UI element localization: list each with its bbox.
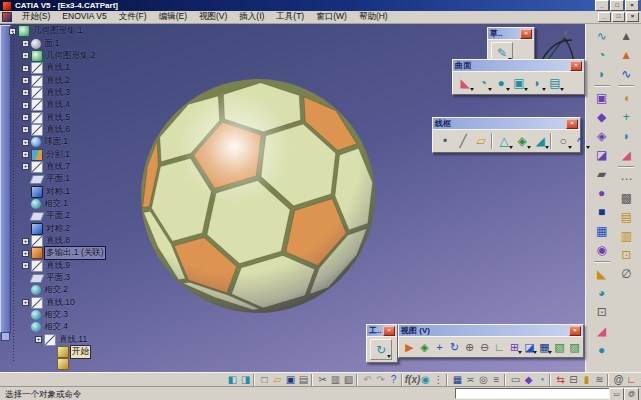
tree-label[interactable]: 平面.3 xyxy=(45,272,71,284)
ball-pentagon-patch[interactable] xyxy=(174,238,236,293)
menu-帮助H[interactable]: 帮助(H) xyxy=(353,11,394,23)
tree-label[interactable]: 直线.9 xyxy=(45,260,71,272)
reflect-icon[interactable]: ◢ xyxy=(531,132,549,150)
help-icon[interactable]: ? xyxy=(387,373,400,386)
sweep-icon[interactable]: ◗ xyxy=(528,74,546,92)
insert-op-icon[interactable]: + xyxy=(617,108,635,125)
tree-label[interactable]: 直线.1 xyxy=(45,62,71,74)
iso-view-icon[interactable]: ◪ xyxy=(522,339,537,355)
split-icon[interactable]: ◈ xyxy=(593,127,611,144)
tree-item[interactable]: +直线.9 xyxy=(9,260,105,272)
quick-view-icon[interactable]: ⊞ xyxy=(507,339,522,355)
tree-label[interactable]: 相交.2 xyxy=(43,284,69,296)
half-plane-icon[interactable]: ◖ xyxy=(617,89,635,106)
sphere-op-icon[interactable]: ● xyxy=(593,341,611,358)
tree-item[interactable]: +几何图形集.1 xyxy=(9,25,105,37)
tree-expander-icon[interactable]: + xyxy=(22,299,29,306)
normal-view-icon[interactable]: ∟ xyxy=(492,339,507,355)
open-icon[interactable]: ▱ xyxy=(271,373,284,386)
magnifier-view-icon[interactable]: ▨ xyxy=(567,339,582,355)
tree-item[interactable]: 平面.2 xyxy=(9,210,105,222)
fill-icon[interactable]: ▤ xyxy=(546,74,564,92)
menu-开始S[interactable]: 开始(S) xyxy=(16,11,56,23)
revolve-surf-icon[interactable]: ◔ xyxy=(593,46,611,63)
tree-expander-icon[interactable]: + xyxy=(22,139,29,146)
fx-knowledge-icon[interactable]: f(x) xyxy=(406,373,419,386)
line-icon[interactable]: ╱ xyxy=(454,132,472,150)
ball-hexagon-patch[interactable] xyxy=(335,148,373,230)
pan-icon[interactable]: + xyxy=(432,339,447,355)
tree-expander-icon[interactable]: + xyxy=(22,262,29,269)
ball-hexagon-patch[interactable] xyxy=(183,282,260,310)
grid-icon[interactable]: ▦ xyxy=(451,373,464,386)
sweep-surf-icon[interactable]: ◗ xyxy=(593,65,611,82)
tree-item[interactable]: +直线.1 xyxy=(9,62,105,74)
tile-vertical-icon[interactable]: ◨ xyxy=(239,373,252,386)
save-icon[interactable]: ▣ xyxy=(284,373,297,386)
ball-hexagon-patch[interactable] xyxy=(152,158,212,241)
tree-label[interactable]: 多输出.1 (关联) xyxy=(45,247,105,259)
tree-item[interactable]: +分割.1 xyxy=(9,148,105,160)
keys-icon[interactable]: ◎ xyxy=(477,373,490,386)
law-icon[interactable]: ◢ xyxy=(593,322,611,339)
ball-hexagon-patch[interactable] xyxy=(232,255,315,308)
catalog-icon[interactable]: ▤ xyxy=(617,208,635,225)
tree-item[interactable]: 相交.4 xyxy=(9,321,105,333)
menu-视图V[interactable]: 视图(V) xyxy=(193,11,233,23)
restore-icon[interactable]: □ xyxy=(610,0,624,11)
tree-item[interactable]: +直线.7 xyxy=(9,161,105,173)
surfaces-toolbar-title[interactable]: 曲面 × xyxy=(453,60,584,71)
tree-label[interactable]: 几何图形集.2 xyxy=(45,50,97,62)
point-grid-icon[interactable]: ▩ xyxy=(617,189,635,206)
tree-label[interactable]: 相交.3 xyxy=(43,309,69,321)
zoom-out-icon[interactable]: ⊖ xyxy=(477,339,492,355)
close-icon[interactable]: × xyxy=(383,326,395,336)
tree-label[interactable]: 直线.3 xyxy=(45,87,71,99)
tree-expander-icon[interactable]: + xyxy=(22,40,29,47)
tree-label[interactable]: 球面.1 xyxy=(43,136,69,148)
trim-icon[interactable]: ◪ xyxy=(593,146,611,163)
offset-icon[interactable]: ▣ xyxy=(510,74,528,92)
render-style-icon[interactable]: ▦ xyxy=(537,339,552,355)
tree-label[interactable]: 几何图形集.1 xyxy=(32,25,84,37)
near-icon[interactable]: ⊡ xyxy=(593,303,611,320)
share-icon[interactable]: ≍ xyxy=(464,373,477,386)
new-icon[interactable]: □ xyxy=(258,373,271,386)
tree-label[interactable]: 平面.1 xyxy=(45,173,71,185)
tree-expander-icon[interactable]: + xyxy=(22,163,29,170)
fillet-icon[interactable]: ● xyxy=(593,184,611,201)
select-icon[interactable]: ▲ xyxy=(617,27,635,44)
close-icon[interactable]: × xyxy=(566,119,578,129)
named-view-icon[interactable]: ▧ xyxy=(552,339,567,355)
wireframe-toolbar[interactable]: 线框 × •╱▱△◈◢○∿ xyxy=(432,117,581,153)
extrude-icon[interactable]: ◣ xyxy=(456,74,474,92)
tree-label[interactable]: 对称.2 xyxy=(45,223,71,235)
tree-item[interactable]: +直线.5 xyxy=(9,111,105,123)
view-toolbar[interactable]: 视图 (V) × ▶◈+↻⊕⊖∟⊞◪▦▧▨ xyxy=(398,324,584,358)
tree-item[interactable]: +球面.1 xyxy=(9,136,105,148)
tree-label[interactable]: 直线.4 xyxy=(45,99,71,111)
tree-item[interactable]: 平面.1 xyxy=(9,173,105,185)
fly-icon[interactable]: ▶ xyxy=(402,339,417,355)
view-toolbar-title[interactable]: 视图 (V) × xyxy=(399,325,583,336)
extrapolate-icon[interactable]: ◣ xyxy=(593,265,611,282)
close-icon[interactable]: × xyxy=(569,326,581,336)
tree-label[interactable]: 直线.5 xyxy=(45,112,71,124)
close-icon[interactable]: × xyxy=(520,29,532,39)
update-toolbar[interactable]: 工.. × ↻ xyxy=(366,324,398,363)
box-tool-icon[interactable]: ⊡ xyxy=(617,246,635,263)
surfaces-toolbar[interactable]: 曲面 × ◣◔●▣◗▤ xyxy=(452,59,585,95)
undo-icon[interactable]: ↶ xyxy=(361,373,374,386)
tree-item[interactable]: 相交.2 xyxy=(9,284,105,296)
close-icon[interactable]: × xyxy=(626,12,639,22)
ball-hexagon-patch[interactable] xyxy=(160,96,220,162)
tree-label[interactable]: 直线.10 xyxy=(45,297,76,309)
tree-label[interactable]: 开始 xyxy=(71,346,90,358)
tree-label[interactable]: 直线.7 xyxy=(45,161,71,173)
sketcher-toolbar-title[interactable]: 草.. × xyxy=(488,28,534,39)
sweep-var-icon[interactable]: ◗ xyxy=(617,127,635,144)
cut-icon[interactable]: ✂ xyxy=(316,373,329,386)
rotate-icon[interactable]: ↻ xyxy=(447,339,462,355)
minimize-icon[interactable]: _ xyxy=(595,0,609,11)
search-icon[interactable]: ◉ xyxy=(419,373,432,386)
